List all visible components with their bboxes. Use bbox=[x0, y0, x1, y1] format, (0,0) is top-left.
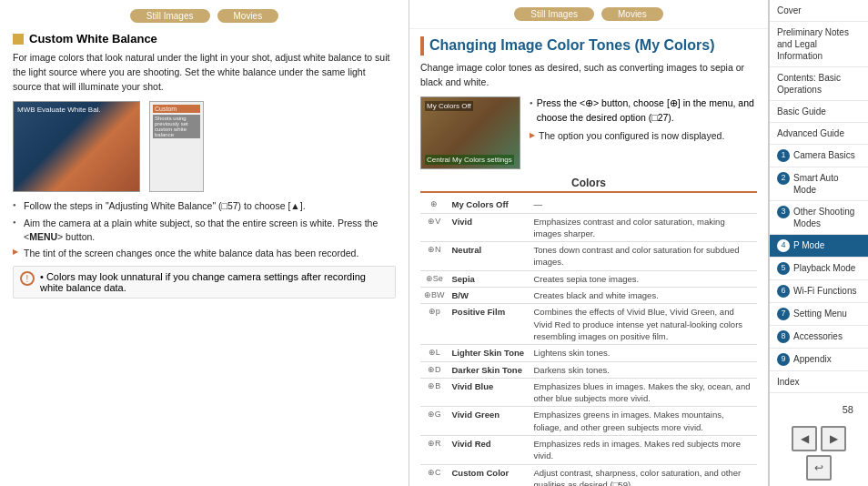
color-table: ⊕ My Colors Off — ⊕V Vivid Emphasizes co… bbox=[420, 197, 757, 486]
sidebar-num: 6 bbox=[777, 285, 790, 298]
color-bullet: Press the <⊕> button, choose [⊕] in the … bbox=[530, 96, 757, 169]
sidebar-item-3[interactable]: Basic Guide bbox=[770, 101, 868, 123]
row-name: B/W bbox=[449, 288, 530, 304]
bullet-list: Follow the steps in "Adjusting White Bal… bbox=[13, 199, 396, 243]
demo-image: MWB Evaluate White Bal. bbox=[13, 101, 140, 192]
color-arrow-1: The option you configured is now display… bbox=[530, 129, 757, 144]
sidebar-item-1[interactable]: Preliminary Notes and Legal Information bbox=[770, 22, 868, 67]
row-name: Darker Skin Tone bbox=[449, 361, 530, 378]
page-title: Changing Image Color Tones (My Colors) bbox=[420, 36, 757, 56]
sidebar-label: Index bbox=[777, 377, 799, 387]
table-row: ⊕B Vivid Blue Emphasizes blues in images… bbox=[420, 378, 757, 407]
sidebar-num: 7 bbox=[777, 308, 790, 320]
colors-header: Colors bbox=[420, 177, 757, 193]
table-row: ⊕G Vivid Green Emphasizes greens in imag… bbox=[420, 407, 757, 436]
note-text: • Colors may look unnatural if you chang… bbox=[40, 271, 389, 293]
middle-content: Changing Image Color Tones (My Colors) C… bbox=[409, 29, 768, 486]
demo-row-shoots: Shoots using previously set custom white… bbox=[153, 115, 200, 138]
table-row: ⊕R Vivid Red Emphasizes reds in images. … bbox=[420, 436, 757, 465]
nav-next-button[interactable]: ▶ bbox=[821, 426, 846, 451]
left-tab-bar: Still Images Movies bbox=[13, 9, 396, 23]
sidebar-item-9[interactable]: 5Playback Mode bbox=[770, 258, 868, 280]
row-icon: ⊕N bbox=[420, 242, 449, 271]
sidebar-item-6[interactable]: 2Smart Auto Mode bbox=[770, 167, 868, 201]
demo-area: MWB Evaluate White Bal. Custom Shoots us… bbox=[13, 101, 396, 192]
demo-row-custom: Custom bbox=[153, 105, 200, 113]
row-desc: Creates sepia tone images. bbox=[530, 270, 758, 287]
table-row: ⊕N Neutral Tones down contrast and color… bbox=[420, 242, 757, 271]
sidebar-num: 1 bbox=[777, 149, 790, 162]
table-row: ⊕V Vivid Emphasizes contrast and color s… bbox=[420, 213, 757, 242]
sidebar-label: Appendix bbox=[793, 353, 832, 365]
row-icon: ⊕L bbox=[420, 345, 449, 361]
sidebar-item-0[interactable]: Cover bbox=[770, 0, 868, 22]
page-number: 58 bbox=[777, 400, 861, 419]
sidebar-label: Other Shooting Modes bbox=[793, 206, 861, 229]
row-icon: ⊕B bbox=[420, 378, 449, 407]
sidebar-item-13[interactable]: 9Appendix bbox=[770, 349, 868, 371]
row-name: Positive Film bbox=[449, 304, 530, 345]
sidebar-item-11[interactable]: 7Setting Menu bbox=[770, 303, 868, 326]
row-icon: ⊕V bbox=[420, 213, 449, 242]
sidebar-label: Playback Mode bbox=[793, 262, 855, 274]
sidebar-label: Contents: Basic Operations bbox=[777, 73, 841, 95]
row-desc: Tones down contrast and color saturation… bbox=[530, 242, 758, 271]
row-icon: ⊕Se bbox=[420, 270, 449, 287]
note-box: ! • Colors may look unnatural if you cha… bbox=[13, 266, 396, 299]
row-name: Vivid Blue bbox=[449, 378, 530, 407]
sidebar-label: Smart Auto Mode bbox=[793, 172, 861, 196]
sidebar-label: Advanced Guide bbox=[777, 128, 844, 138]
middle-tab-bar: Still Images Movies bbox=[409, 0, 768, 29]
sidebar-num: 9 bbox=[777, 353, 790, 366]
row-icon: ⊕C bbox=[420, 464, 449, 486]
demo-overlay2: Central My Colors settings bbox=[425, 155, 514, 165]
sidebar-num: 4 bbox=[777, 239, 790, 252]
sidebar-item-2[interactable]: Contents: Basic Operations bbox=[770, 67, 868, 101]
sidebar-item-8[interactable]: 4P Mode bbox=[770, 235, 868, 258]
left-tab-still[interactable]: Still Images bbox=[130, 9, 210, 23]
middle-tab-movies[interactable]: Movies bbox=[601, 7, 663, 21]
table-row: ⊕D Darker Skin Tone Darkens skin tones. bbox=[420, 361, 757, 378]
nav-back-button[interactable]: ↩ bbox=[806, 455, 832, 481]
middle-tab-still[interactable]: Still Images bbox=[514, 7, 594, 21]
row-desc: Emphasizes contrast and color saturation… bbox=[530, 213, 758, 242]
demo-rows: Custom Shoots using previously set custo… bbox=[149, 101, 204, 192]
row-desc: Emphasizes greens in images. Makes mount… bbox=[530, 407, 758, 436]
row-name: Vivid Red bbox=[449, 436, 530, 465]
sidebar-num: 3 bbox=[777, 206, 790, 218]
sidebar-num: 8 bbox=[777, 330, 790, 343]
row-name: Vivid bbox=[449, 213, 530, 242]
left-intro: For image colors that look natural under… bbox=[13, 51, 396, 94]
middle-panel: Still Images Movies Changing Image Color… bbox=[409, 0, 769, 486]
sidebar-label: Setting Menu bbox=[793, 308, 847, 319]
sidebar-item-12[interactable]: 8Accessories bbox=[770, 326, 868, 349]
sidebar-label: Preliminary Notes and Legal Information bbox=[777, 27, 849, 61]
table-row: ⊕L Lighter Skin Tone Lightens skin tones… bbox=[420, 345, 757, 361]
color-demo-image: My Colors Off Central My Colors settings bbox=[420, 96, 520, 169]
left-tab-movies[interactable]: Movies bbox=[217, 9, 279, 23]
row-icon: ⊕ bbox=[420, 197, 449, 213]
arrow-item: The tint of the screen changes once the … bbox=[13, 247, 396, 260]
right-sidebar: CoverPreliminary Notes and Legal Informa… bbox=[769, 0, 868, 486]
sidebar-label: Basic Guide bbox=[777, 106, 826, 116]
sidebar-item-10[interactable]: 6Wi-Fi Functions bbox=[770, 280, 868, 303]
row-name: Vivid Green bbox=[449, 407, 530, 436]
table-row: ⊕ My Colors Off — bbox=[420, 197, 757, 213]
row-icon: ⊕p bbox=[420, 304, 449, 345]
sidebar-item-14[interactable]: Index bbox=[770, 371, 868, 393]
nav-prev-button[interactable]: ◀ bbox=[792, 426, 817, 451]
row-desc: Emphasizes blues in images. Makes the sk… bbox=[530, 378, 758, 407]
sidebar-label: Accessories bbox=[793, 330, 843, 342]
sidebar-label: P Mode bbox=[793, 239, 824, 251]
sidebar-num: 2 bbox=[777, 172, 790, 185]
sidebar-item-5[interactable]: 1Camera Basics bbox=[770, 145, 868, 167]
sidebar-bottom: 58 ◀ ▶ ↩ bbox=[770, 393, 868, 486]
row-name: My Colors Off bbox=[449, 197, 530, 213]
intro-text: Change image color tones as desired, suc… bbox=[420, 61, 757, 90]
left-section-title: Custom White Balance bbox=[13, 32, 396, 46]
table-row: ⊕Se Sepia Creates sepia tone images. bbox=[420, 270, 757, 287]
bullet-item-1: Follow the steps in "Adjusting White Bal… bbox=[13, 199, 396, 213]
sidebar-item-4[interactable]: Advanced Guide bbox=[770, 123, 868, 145]
sidebar-item-7[interactable]: 3Other Shooting Modes bbox=[770, 201, 868, 235]
table-row: ⊕p Positive Film Combines the effects of… bbox=[420, 304, 757, 345]
